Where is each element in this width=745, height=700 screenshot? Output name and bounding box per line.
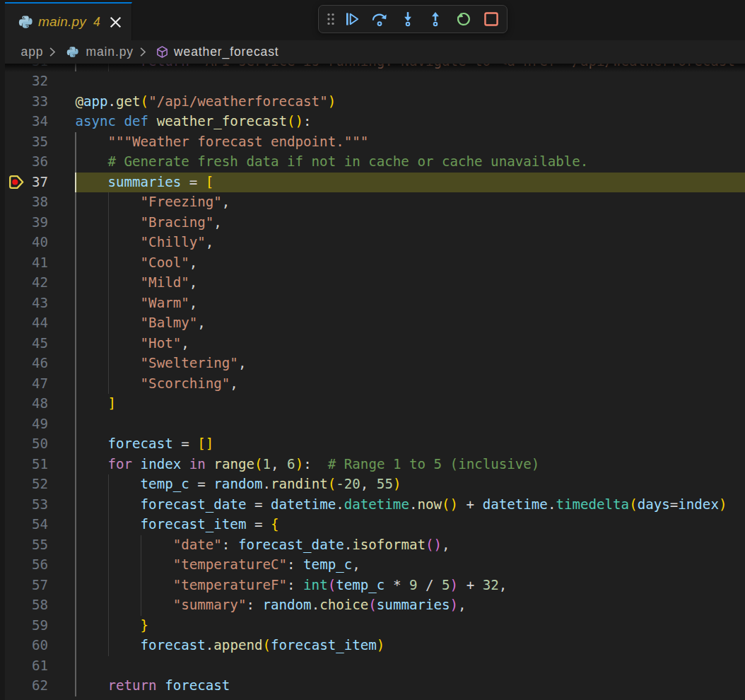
line-number[interactable]: 45: [5, 334, 48, 354]
close-icon[interactable]: [108, 15, 123, 30]
debug-step-out-button[interactable]: [422, 6, 450, 33]
token-op: ,: [189, 255, 198, 271]
code-line-54[interactable]: 54 forecast_item = {: [5, 515, 745, 535]
code-line-46[interactable]: 46 "Sweltering",: [5, 354, 745, 374]
debug-stop-icon: [483, 11, 500, 28]
token-b2: (: [328, 577, 336, 593]
code-line-53[interactable]: 53 forecast_date = datetime.datetime.now…: [5, 495, 745, 515]
code-line-38[interactable]: 38 "Freezing",: [5, 192, 745, 213]
code-line-52[interactable]: 52 temp_c = random.randint(-20, 55): [5, 474, 745, 495]
line-number[interactable]: 61: [5, 656, 48, 677]
line-number[interactable]: 48: [5, 394, 48, 414]
gripper-icon[interactable]: [324, 11, 338, 27]
code-line-44[interactable]: 44 "Balmy",: [5, 313, 745, 334]
code-text: """Weather forecast endpoint.""": [75, 132, 368, 153]
code-line-61[interactable]: 61: [5, 656, 745, 677]
line-number[interactable]: 44: [5, 313, 48, 334]
code-line-33[interactable]: 33@app.get("/api/weatherforecast"): [5, 92, 745, 112]
line-number[interactable]: 49: [5, 414, 48, 435]
code-line-42[interactable]: 42 "Mild",: [5, 273, 745, 293]
line-number[interactable]: 36: [5, 152, 48, 173]
line-number[interactable]: 39: [5, 213, 48, 233]
token-num: -20: [336, 476, 360, 492]
line-number[interactable]: 42: [5, 273, 48, 293]
code-line-37[interactable]: 37 summaries = [: [5, 173, 745, 193]
token-b2: (): [426, 537, 442, 553]
code-line-40[interactable]: 40 "Chilly",: [5, 233, 745, 253]
line-number[interactable]: 50: [5, 434, 48, 455]
line-number[interactable]: 54: [5, 515, 48, 535]
debug-continue-button[interactable]: [338, 6, 366, 33]
tab-main-py[interactable]: main.py 4: [5, 2, 132, 40]
token-str: "Bracing": [141, 214, 214, 231]
token-op: [148, 113, 157, 129]
line-number[interactable]: 34: [5, 112, 48, 132]
debug-step-over-button[interactable]: [366, 6, 394, 33]
debug-step-over-icon: [371, 11, 388, 28]
code-text: "Bracing",: [75, 213, 221, 233]
line-number[interactable]: 40: [5, 233, 48, 253]
code-line-51[interactable]: 51 for index in range(1, 6): # Range 1 t…: [5, 455, 745, 475]
code-line-60[interactable]: 60 forecast.append(forecast_item): [5, 636, 745, 656]
code-line-56[interactable]: 56 "temperatureC": temp_c,: [5, 555, 745, 576]
token-op: ,: [213, 214, 222, 231]
debug-stop-button[interactable]: [478, 6, 506, 33]
line-number[interactable]: 35: [5, 132, 48, 153]
line-number[interactable]: 43: [5, 293, 48, 314]
debug-step-into-button[interactable]: [394, 6, 422, 33]
token-b2: ): [450, 597, 459, 613]
token-b1: (: [254, 456, 263, 472]
code-line-35[interactable]: 35 """Weather forecast endpoint.""": [5, 132, 745, 153]
breadcrumb-folder[interactable]: app: [21, 45, 44, 59]
token-str: "/api/weatherforecast": [148, 93, 328, 110]
line-number[interactable]: 41: [5, 253, 48, 274]
code-line-32[interactable]: 32: [5, 71, 745, 92]
line-number[interactable]: 46: [5, 354, 48, 374]
code-line-59[interactable]: 59 }: [5, 616, 745, 636]
line-number[interactable]: 55: [5, 535, 48, 556]
line-number[interactable]: 59: [5, 616, 48, 636]
code-line-57[interactable]: 57 "temperatureF": int(temp_c * 9 / 5) +…: [5, 576, 745, 596]
code-line-62[interactable]: 62 return forecast: [5, 676, 745, 696]
line-number[interactable]: 57: [5, 576, 48, 596]
debug-restart-button[interactable]: [450, 6, 478, 33]
code-line-34[interactable]: 34async def weather_forecast():: [5, 112, 745, 132]
code-line-45[interactable]: 45 "Hot",: [5, 334, 745, 354]
line-number[interactable]: 47: [5, 374, 48, 395]
line-number[interactable]: 52: [5, 474, 48, 495]
line-number[interactable]: 56: [5, 555, 48, 576]
line-number[interactable]: 33: [5, 92, 48, 112]
code-line-58[interactable]: 58 "summary": random.choice(summaries),: [5, 595, 745, 616]
code-line-55[interactable]: 55 "date": forecast_date.isoformat(),: [5, 535, 745, 556]
token-op: ,: [499, 577, 508, 593]
line-number[interactable]: 32: [5, 71, 48, 92]
line-number[interactable]: 53: [5, 495, 48, 515]
token-op: ,: [442, 537, 450, 553]
line-number[interactable]: 58: [5, 595, 48, 616]
code-text: forecast_item = {: [75, 515, 278, 535]
code-text: forecast_date = datetime.datetime.now() …: [75, 495, 727, 515]
token-cls: int: [303, 577, 328, 593]
code-line-49[interactable]: 49: [5, 414, 745, 435]
code-line-41[interactable]: 41 "Cool",: [5, 253, 745, 274]
token-b1: ): [328, 93, 336, 110]
code-line-39[interactable]: 39 "Bracing",: [5, 213, 745, 233]
code-line-43[interactable]: 43 "Warm",: [5, 293, 745, 314]
code-line-36[interactable]: 36 # Generate fresh data if not in cache…: [5, 152, 745, 173]
debug-step-out-icon: [427, 11, 444, 28]
breadcrumb-symbol[interactable]: weather_forecast: [174, 45, 279, 59]
token-op: ,: [181, 335, 189, 351]
line-number[interactable]: 60: [5, 636, 48, 656]
line-number[interactable]: 38: [5, 192, 48, 213]
token-str: "date": [173, 537, 222, 553]
code-line-47[interactable]: 47 "Scorching",: [5, 374, 745, 395]
debug-breakpoint-current-icon[interactable]: [8, 174, 25, 190]
breadcrumb-file[interactable]: main.py: [86, 45, 134, 59]
line-number[interactable]: 62: [5, 676, 48, 696]
code-line-48[interactable]: 48 ]: [5, 394, 745, 414]
code-line-50[interactable]: 50 forecast = []: [5, 434, 745, 455]
token-var: forecast: [165, 677, 230, 694]
line-number[interactable]: 51: [5, 455, 48, 475]
tab-title: main.py: [38, 14, 86, 30]
token-op: ,: [271, 456, 287, 472]
